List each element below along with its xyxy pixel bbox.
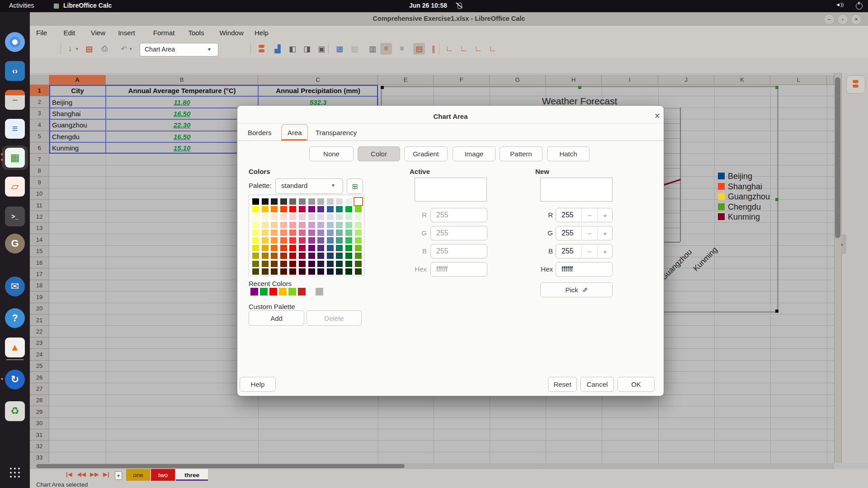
dock-item-vlc[interactable]: ▲ [5, 338, 25, 357]
dock-item-impress[interactable]: ▱ [5, 177, 25, 197]
sheet-tab-two[interactable]: two [151, 469, 175, 481]
column-header-C[interactable]: C [258, 75, 378, 85]
color-swatch[interactable] [327, 214, 334, 220]
previous-sheet-icon[interactable]: ◀◀ [77, 471, 86, 478]
color-swatch[interactable] [299, 222, 306, 228]
color-swatch[interactable] [345, 253, 352, 259]
row-header-4[interactable]: 4 [30, 119, 49, 131]
recent-color-swatch[interactable] [279, 288, 287, 296]
color-swatch[interactable] [289, 230, 296, 236]
legend-toggle-icon[interactable]: ▤ [413, 43, 425, 55]
menu-help[interactable]: Help [255, 29, 269, 37]
color-swatch[interactable] [280, 261, 287, 267]
dock-item-files[interactable]: – [5, 90, 25, 110]
row-header-21[interactable]: 21 [30, 314, 49, 326]
line-style-icon[interactable]: ◨ [301, 43, 313, 55]
last-sheet-icon[interactable]: ▶| [103, 471, 109, 478]
color-swatch[interactable] [336, 198, 343, 205]
sheet-tab-one[interactable]: one [126, 469, 150, 481]
undo-icon[interactable]: ↶ [118, 43, 130, 55]
fill-type-color[interactable]: Color [358, 146, 400, 161]
delete-button[interactable]: Delete [307, 310, 362, 326]
tab-transparency[interactable]: Transparency [316, 129, 357, 136]
color-swatch[interactable] [289, 206, 296, 212]
pick-button[interactable]: Pick ✎ [540, 282, 613, 297]
color-swatch[interactable] [308, 237, 315, 244]
dock-item-vscode[interactable]: ‹› [5, 61, 25, 81]
ok-button[interactable]: OK [618, 377, 655, 392]
next-sheet-icon[interactable]: ▶▶ [90, 471, 99, 478]
color-swatch[interactable] [345, 198, 352, 205]
selection-handle[interactable] [578, 86, 581, 89]
vertical-grids-icon[interactable]: ∥ [428, 43, 439, 55]
menu-file[interactable]: File [36, 29, 47, 37]
color-swatch[interactable] [336, 237, 343, 244]
color-swatch[interactable] [299, 206, 306, 212]
color-swatch[interactable] [271, 206, 278, 212]
color-swatch[interactable] [271, 245, 278, 251]
selection-handle[interactable] [381, 86, 384, 89]
color-swatch[interactable] [308, 230, 315, 236]
color-swatch[interactable] [299, 253, 306, 259]
color-swatch-grid[interactable] [249, 195, 364, 276]
horizontal-scrollbar-thumb[interactable] [36, 464, 405, 468]
color-swatch[interactable] [317, 198, 324, 205]
recent-color-swatch[interactable] [288, 288, 296, 296]
recent-color-swatch[interactable] [269, 288, 277, 296]
dock-item-trash[interactable]: ♻ [5, 401, 25, 421]
x-axis-title-icon[interactable]: ∟ [472, 43, 484, 55]
load-url-icon[interactable]: ↓ [64, 43, 76, 55]
column-header-I[interactable]: I [602, 75, 658, 85]
selection-handle[interactable] [775, 86, 778, 89]
minimize-button[interactable]: – [824, 14, 835, 25]
color-swatch[interactable] [327, 230, 334, 236]
color-swatch[interactable] [262, 222, 269, 228]
menu-edit[interactable]: Edit [63, 29, 75, 37]
color-swatch[interactable] [345, 230, 352, 236]
chart-type-icon[interactable]: ▟ [272, 43, 283, 55]
row-header-13[interactable]: 13 [30, 223, 49, 234]
fill-type-pattern[interactable]: Pattern [500, 146, 542, 161]
color-swatch[interactable] [262, 261, 269, 267]
new-g-field[interactable]: 255−+ [556, 226, 613, 240]
color-swatch[interactable] [308, 253, 315, 259]
dock-item-software-updater[interactable]: ↻ [5, 370, 25, 389]
color-swatch[interactable] [252, 253, 259, 259]
show-applications-button[interactable] [10, 468, 20, 478]
color-swatch[interactable] [308, 261, 315, 267]
color-swatch[interactable] [317, 230, 324, 236]
row-header-9[interactable]: 9 [30, 177, 49, 188]
color-swatch[interactable] [271, 230, 278, 236]
fill-type-hatch[interactable]: Hatch [547, 146, 590, 161]
color-swatch[interactable] [355, 268, 362, 275]
color-swatch[interactable] [299, 237, 306, 244]
color-swatch[interactable] [336, 230, 343, 236]
reset-button[interactable]: Reset [548, 377, 577, 392]
color-swatch[interactable] [271, 268, 278, 275]
color-swatch[interactable] [308, 268, 315, 275]
cancel-button[interactable]: Cancel [580, 377, 614, 392]
active-hex-field[interactable]: ffffff [430, 262, 487, 277]
color-swatch[interactable] [355, 214, 362, 220]
row-header-25[interactable]: 25 [30, 361, 49, 372]
row-header-2[interactable]: 2 [30, 96, 49, 108]
dock-item-writer[interactable]: ≡ [5, 119, 25, 139]
row-header-26[interactable]: 26 [30, 372, 49, 383]
color-swatch[interactable] [280, 245, 287, 251]
row-header-7[interactable]: 7 [30, 154, 49, 165]
activities-button[interactable]: Activities [9, 2, 34, 9]
color-swatch[interactable] [308, 206, 315, 212]
row-header-24[interactable]: 24 [30, 349, 49, 360]
color-swatch[interactable] [327, 245, 334, 251]
tab-area[interactable]: Area [288, 129, 302, 136]
row-header-29[interactable]: 29 [30, 406, 49, 418]
grid-settings-icon[interactable]: ≡ [396, 43, 408, 55]
color-swatch[interactable] [355, 237, 362, 244]
color-swatch[interactable] [317, 222, 324, 228]
active-g-field[interactable]: 255 [430, 226, 487, 240]
color-swatch[interactable] [317, 253, 324, 259]
color-swatch[interactable] [327, 206, 334, 212]
color-swatch[interactable] [345, 206, 352, 212]
sidebar-settings-button[interactable] [846, 75, 865, 94]
close-button[interactable]: × [851, 14, 862, 25]
